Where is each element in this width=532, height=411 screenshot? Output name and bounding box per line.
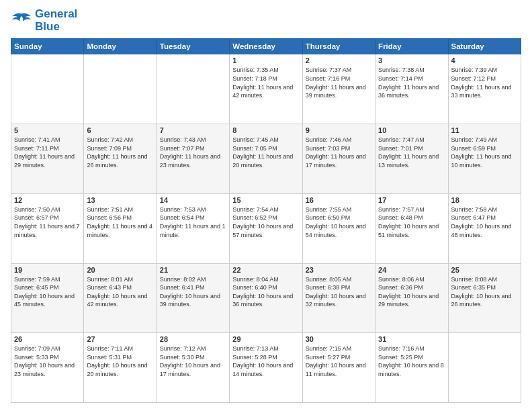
- day-cell: 27Sunrise: 7:11 AMSunset: 5:31 PMDayligh…: [84, 333, 157, 403]
- logo-text: General Blue: [35, 8, 77, 33]
- day-info: Sunrise: 8:08 AMSunset: 6:35 PMDaylight:…: [451, 275, 518, 309]
- day-number: 16: [306, 196, 372, 204]
- calendar-table: SundayMondayTuesdayWednesdayThursdayFrid…: [11, 38, 521, 403]
- day-info: Sunrise: 7:43 AMSunset: 7:07 PMDaylight:…: [160, 136, 226, 169]
- day-number: 17: [378, 196, 445, 204]
- day-info: Sunrise: 7:59 AMSunset: 6:45 PMDaylight:…: [14, 275, 81, 309]
- day-cell: 15Sunrise: 7:54 AMSunset: 6:52 PMDayligh…: [230, 193, 302, 263]
- day-number: 26: [14, 335, 81, 343]
- weekday-header-sunday: Sunday: [11, 39, 84, 54]
- day-number: 31: [378, 335, 445, 343]
- day-info: Sunrise: 7:16 AMSunset: 5:25 PMDaylight:…: [378, 345, 445, 378]
- day-cell: 3Sunrise: 7:38 AMSunset: 7:14 PMDaylight…: [375, 54, 448, 124]
- week-row-4: 26Sunrise: 7:09 AMSunset: 5:33 PMDayligh…: [11, 333, 521, 403]
- day-info: Sunrise: 8:01 AMSunset: 6:43 PMDaylight:…: [87, 275, 153, 309]
- day-number: 19: [14, 266, 81, 274]
- day-cell: 29Sunrise: 7:13 AMSunset: 5:28 PMDayligh…: [230, 333, 302, 403]
- day-number: 5: [14, 126, 81, 134]
- day-info: Sunrise: 7:46 AMSunset: 7:03 PMDaylight:…: [306, 136, 372, 169]
- day-cell: 16Sunrise: 7:55 AMSunset: 6:50 PMDayligh…: [302, 193, 375, 263]
- day-cell: 22Sunrise: 8:04 AMSunset: 6:40 PMDayligh…: [230, 263, 302, 333]
- weekday-header-monday: Monday: [84, 39, 157, 54]
- page: General Blue SundayMondayTuesdayWednesda…: [0, 0, 532, 411]
- day-number: 12: [14, 196, 81, 204]
- day-cell: 25Sunrise: 8:08 AMSunset: 6:35 PMDayligh…: [448, 263, 521, 333]
- day-info: Sunrise: 7:11 AMSunset: 5:31 PMDaylight:…: [87, 345, 153, 378]
- day-info: Sunrise: 7:09 AMSunset: 5:33 PMDaylight:…: [14, 345, 81, 378]
- day-info: Sunrise: 7:49 AMSunset: 6:59 PMDaylight:…: [451, 136, 518, 169]
- day-info: Sunrise: 8:06 AMSunset: 6:36 PMDaylight:…: [378, 275, 445, 309]
- day-number: 3: [378, 56, 445, 64]
- day-number: 24: [378, 266, 445, 274]
- day-info: Sunrise: 7:37 AMSunset: 7:16 PMDaylight:…: [306, 66, 372, 99]
- day-cell: 26Sunrise: 7:09 AMSunset: 5:33 PMDayligh…: [11, 333, 84, 403]
- week-row-3: 19Sunrise: 7:59 AMSunset: 6:45 PMDayligh…: [11, 263, 521, 333]
- weekday-header-wednesday: Wednesday: [230, 39, 302, 54]
- day-cell: 8Sunrise: 7:45 AMSunset: 7:05 PMDaylight…: [230, 124, 302, 194]
- day-number: 13: [87, 196, 153, 204]
- day-info: Sunrise: 7:55 AMSunset: 6:50 PMDaylight:…: [306, 205, 372, 239]
- day-cell: 10Sunrise: 7:47 AMSunset: 7:01 PMDayligh…: [375, 124, 448, 194]
- weekday-header-saturday: Saturday: [448, 39, 521, 54]
- day-info: Sunrise: 7:42 AMSunset: 7:09 PMDaylight:…: [87, 136, 153, 169]
- day-info: Sunrise: 7:57 AMSunset: 6:48 PMDaylight:…: [378, 205, 445, 239]
- week-row-1: 5Sunrise: 7:41 AMSunset: 7:11 PMDaylight…: [11, 124, 521, 194]
- header: General Blue: [11, 8, 521, 33]
- weekday-header-row: SundayMondayTuesdayWednesdayThursdayFrid…: [11, 39, 521, 54]
- day-number: 22: [232, 266, 299, 274]
- day-info: Sunrise: 7:58 AMSunset: 6:47 PMDaylight:…: [451, 205, 518, 239]
- day-cell: 19Sunrise: 7:59 AMSunset: 6:45 PMDayligh…: [11, 263, 84, 333]
- day-number: 8: [232, 126, 299, 134]
- day-number: 2: [306, 56, 372, 64]
- day-number: 23: [306, 266, 372, 274]
- day-info: Sunrise: 7:45 AMSunset: 7:05 PMDaylight:…: [232, 136, 299, 169]
- day-cell: 23Sunrise: 8:05 AMSunset: 6:38 PMDayligh…: [302, 263, 375, 333]
- day-number: 15: [232, 196, 299, 204]
- weekday-header-tuesday: Tuesday: [157, 39, 229, 54]
- day-cell: 28Sunrise: 7:12 AMSunset: 5:30 PMDayligh…: [157, 333, 229, 403]
- day-info: Sunrise: 8:05 AMSunset: 6:38 PMDaylight:…: [306, 275, 372, 309]
- day-cell: 17Sunrise: 7:57 AMSunset: 6:48 PMDayligh…: [375, 193, 448, 263]
- day-number: 20: [87, 266, 153, 274]
- day-number: 29: [232, 335, 299, 343]
- day-cell: 12Sunrise: 7:50 AMSunset: 6:57 PMDayligh…: [11, 193, 84, 263]
- day-cell: 30Sunrise: 7:15 AMSunset: 5:27 PMDayligh…: [302, 333, 375, 403]
- day-number: 18: [451, 196, 518, 204]
- day-cell: 13Sunrise: 7:51 AMSunset: 6:56 PMDayligh…: [84, 193, 157, 263]
- day-info: Sunrise: 7:35 AMSunset: 7:18 PMDaylight:…: [232, 66, 299, 99]
- day-info: Sunrise: 7:15 AMSunset: 5:27 PMDaylight:…: [306, 345, 372, 378]
- day-cell: [11, 54, 84, 124]
- day-cell: 2Sunrise: 7:37 AMSunset: 7:16 PMDaylight…: [302, 54, 375, 124]
- day-info: Sunrise: 7:12 AMSunset: 5:30 PMDaylight:…: [160, 345, 226, 378]
- day-cell: 11Sunrise: 7:49 AMSunset: 6:59 PMDayligh…: [448, 124, 521, 194]
- day-number: 28: [160, 335, 226, 343]
- day-cell: 5Sunrise: 7:41 AMSunset: 7:11 PMDaylight…: [11, 124, 84, 194]
- day-cell: 20Sunrise: 8:01 AMSunset: 6:43 PMDayligh…: [84, 263, 157, 333]
- day-cell: 14Sunrise: 7:53 AMSunset: 6:54 PMDayligh…: [157, 193, 229, 263]
- day-info: Sunrise: 7:50 AMSunset: 6:57 PMDaylight:…: [14, 205, 81, 239]
- day-info: Sunrise: 8:02 AMSunset: 6:41 PMDaylight:…: [160, 275, 226, 309]
- day-number: 6: [87, 126, 153, 134]
- day-cell: [448, 333, 521, 403]
- day-number: 25: [451, 266, 518, 274]
- day-cell: [157, 54, 229, 124]
- day-cell: 9Sunrise: 7:46 AMSunset: 7:03 PMDaylight…: [302, 124, 375, 194]
- logo-icon: [11, 11, 32, 30]
- day-number: 4: [451, 56, 518, 64]
- day-number: 27: [87, 335, 153, 343]
- day-cell: 4Sunrise: 7:39 AMSunset: 7:12 PMDaylight…: [448, 54, 521, 124]
- weekday-header-thursday: Thursday: [302, 39, 375, 54]
- day-cell: [84, 54, 157, 124]
- day-info: Sunrise: 8:04 AMSunset: 6:40 PMDaylight:…: [232, 275, 299, 309]
- day-cell: 6Sunrise: 7:42 AMSunset: 7:09 PMDaylight…: [84, 124, 157, 194]
- week-row-2: 12Sunrise: 7:50 AMSunset: 6:57 PMDayligh…: [11, 193, 521, 263]
- day-cell: 31Sunrise: 7:16 AMSunset: 5:25 PMDayligh…: [375, 333, 448, 403]
- day-cell: 1Sunrise: 7:35 AMSunset: 7:18 PMDaylight…: [230, 54, 302, 124]
- weekday-header-friday: Friday: [375, 39, 448, 54]
- day-number: 9: [306, 126, 372, 134]
- day-number: 1: [232, 56, 299, 64]
- day-info: Sunrise: 7:38 AMSunset: 7:14 PMDaylight:…: [378, 66, 445, 99]
- day-info: Sunrise: 7:41 AMSunset: 7:11 PMDaylight:…: [14, 136, 81, 169]
- day-number: 7: [160, 126, 226, 134]
- day-cell: 24Sunrise: 8:06 AMSunset: 6:36 PMDayligh…: [375, 263, 448, 333]
